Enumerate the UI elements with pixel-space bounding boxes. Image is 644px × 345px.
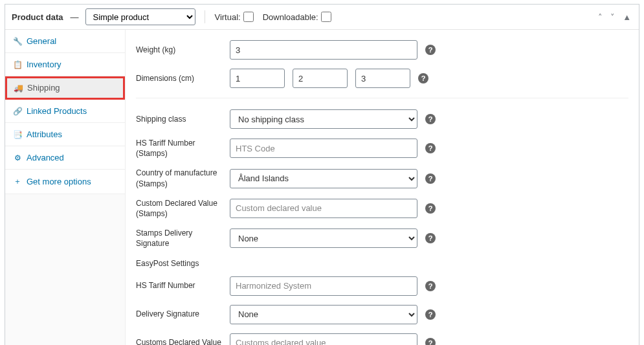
help-icon[interactable]: ? bbox=[425, 143, 436, 153]
custom-declared-stamps-label: Custom Declared Value (Stamps) bbox=[136, 198, 230, 219]
note-icon: 📑 bbox=[13, 130, 22, 139]
dimensions-label: Dimensions (cm) bbox=[136, 73, 230, 83]
help-icon[interactable]: ? bbox=[425, 45, 436, 55]
custom-declared-stamps-input[interactable] bbox=[230, 199, 417, 218]
customs-declared-label: Customs Declared Value bbox=[136, 337, 230, 345]
width-input[interactable] bbox=[293, 69, 348, 88]
height-input[interactable] bbox=[355, 69, 410, 88]
truck-icon: 🚚 bbox=[14, 83, 23, 93]
delivery-signature-row: Delivery Signature None ? bbox=[136, 300, 628, 329]
gear-icon: ⚙ bbox=[13, 153, 22, 162]
hs-tariff-stamps-input[interactable] bbox=[230, 139, 417, 158]
hs-tariff-label: HS Tariff Number bbox=[136, 280, 230, 291]
wrench-icon: 🔧 bbox=[13, 37, 22, 46]
hs-tariff-input[interactable] bbox=[230, 276, 417, 296]
length-input[interactable] bbox=[230, 69, 285, 88]
help-icon[interactable]: ? bbox=[425, 233, 436, 243]
tab-attributes[interactable]: 📑 Attributes bbox=[5, 123, 125, 146]
move-up-icon[interactable]: ˄ bbox=[597, 12, 604, 22]
virtual-checkbox-label[interactable]: Virtual: bbox=[214, 12, 253, 22]
virtual-checkbox[interactable] bbox=[243, 12, 254, 22]
weight-row: Weight (kg) ? bbox=[136, 38, 628, 64]
country-select[interactable]: Åland Islands bbox=[230, 169, 417, 188]
link-icon: 🔗 bbox=[13, 107, 22, 116]
weight-label: Weight (kg) bbox=[136, 45, 230, 55]
tab-label: Inventory bbox=[27, 60, 61, 69]
downloadable-checkbox-label[interactable]: Downloadable: bbox=[263, 12, 331, 22]
tab-get-more-options[interactable]: ＋ Get more options bbox=[5, 170, 125, 194]
panel-header: Product data — Simple product Virtual: D… bbox=[5, 5, 639, 30]
dimensions-row: Dimensions (cm) ? bbox=[136, 64, 628, 93]
tab-label: Get more options bbox=[27, 177, 91, 186]
help-icon[interactable]: ? bbox=[425, 203, 436, 214]
customs-declared-input[interactable] bbox=[230, 333, 417, 346]
stamps-signature-row: Stamps Delivery Signature None ? bbox=[136, 223, 628, 253]
panel-title: Product data bbox=[12, 12, 63, 22]
shipping-class-row: Shipping class No shipping class ? bbox=[136, 105, 628, 133]
hs-tariff-stamps-label: HS Tariff Number (Stamps) bbox=[136, 138, 230, 159]
plus-icon: ＋ bbox=[13, 176, 22, 187]
hs-tariff-stamps-row: HS Tariff Number (Stamps) ? bbox=[136, 133, 628, 163]
tab-label: Advanced bbox=[27, 153, 64, 162]
custom-declared-stamps-row: Custom Declared Value (Stamps) ? bbox=[136, 194, 628, 223]
product-type-select[interactable]: Simple product bbox=[85, 8, 195, 25]
easypost-heading: EasyPost Settings bbox=[136, 254, 628, 272]
downloadable-checkbox[interactable] bbox=[321, 12, 331, 22]
tab-shipping[interactable]: 🚚 Shipping bbox=[5, 76, 125, 100]
stamps-signature-select[interactable]: None bbox=[230, 228, 417, 248]
clipboard-icon: 📋 bbox=[13, 60, 22, 69]
virtual-label-text: Virtual: bbox=[214, 12, 240, 22]
stamps-signature-label: Stamps Delivery Signature bbox=[136, 228, 230, 249]
downloadable-label-text: Downloadable: bbox=[263, 12, 318, 22]
tab-inventory[interactable]: 📋 Inventory bbox=[5, 53, 125, 76]
tab-linked-products[interactable]: 🔗 Linked Products bbox=[5, 100, 125, 123]
hs-tariff-row: HS Tariff Number ? bbox=[136, 272, 628, 300]
shipping-content: Weight (kg) ? Dimensions (cm) ? Shipping… bbox=[126, 30, 639, 345]
help-icon[interactable]: ? bbox=[418, 73, 428, 83]
help-icon[interactable]: ? bbox=[425, 338, 436, 346]
divider bbox=[136, 98, 628, 98]
help-icon[interactable]: ? bbox=[425, 114, 436, 124]
move-down-icon[interactable]: ˅ bbox=[609, 12, 616, 22]
tab-label: Linked Products bbox=[27, 106, 87, 116]
delivery-signature-select[interactable]: None bbox=[230, 305, 417, 324]
country-row: Country of manufacture (Stamps) Åland Is… bbox=[136, 163, 628, 193]
help-icon[interactable]: ? bbox=[425, 281, 436, 291]
tab-advanced[interactable]: ⚙ Advanced bbox=[5, 146, 125, 170]
toggle-panel-icon[interactable]: ▲ bbox=[621, 12, 632, 22]
product-data-panel: Product data — Simple product Virtual: D… bbox=[5, 4, 639, 345]
tab-label: Shipping bbox=[27, 83, 60, 93]
sidebar: 🔧 General 📋 Inventory 🚚 Shipping 🔗 Linke… bbox=[5, 30, 126, 345]
help-icon[interactable]: ? bbox=[425, 173, 436, 184]
tab-label: General bbox=[27, 36, 56, 46]
panel-body: 🔧 General 📋 Inventory 🚚 Shipping 🔗 Linke… bbox=[5, 30, 639, 345]
help-icon[interactable]: ? bbox=[425, 309, 436, 320]
tab-general[interactable]: 🔧 General bbox=[5, 30, 125, 53]
country-label: Country of manufacture (Stamps) bbox=[136, 168, 230, 188]
weight-input[interactable] bbox=[230, 40, 417, 60]
delivery-signature-label: Delivery Signature bbox=[136, 309, 230, 319]
tab-label: Attributes bbox=[27, 129, 62, 139]
dash: — bbox=[70, 12, 78, 22]
shipping-class-label: Shipping class bbox=[136, 114, 230, 124]
customs-declared-row: Customs Declared Value ? bbox=[136, 329, 628, 346]
shipping-class-select[interactable]: No shipping class bbox=[230, 109, 417, 129]
header-divider bbox=[205, 10, 205, 23]
